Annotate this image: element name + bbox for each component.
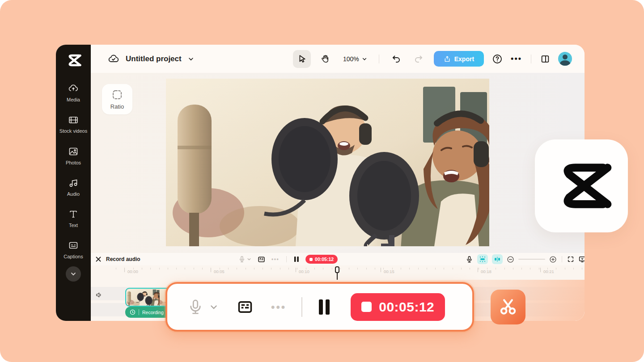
layout-panel-button[interactable] xyxy=(540,54,550,64)
layout-panel-icon xyxy=(540,54,550,64)
avatar[interactable] xyxy=(558,52,572,66)
microphone-icon xyxy=(238,256,246,263)
sidebar-item-audio[interactable]: Audio xyxy=(56,177,91,197)
capcut-logo-icon xyxy=(65,54,81,67)
stop-recording-button[interactable]: 00:05:12 xyxy=(351,293,445,321)
scissors-badge xyxy=(491,290,525,324)
recording-time-large: 00:05:12 xyxy=(379,299,434,315)
scissors-icon xyxy=(496,295,520,319)
sidebar-item-label: Media xyxy=(58,97,89,103)
editor-window: Media Stock videos Photos Audio Text xyxy=(56,45,585,321)
preview-display-icon[interactable] xyxy=(578,255,585,263)
export-label: Export xyxy=(454,55,474,63)
recording-clip-label: Recording xyxy=(142,310,164,315)
zoom-level-control[interactable]: 100% xyxy=(343,55,367,63)
sidebar: Media Stock videos Photos Audio Text xyxy=(56,45,91,321)
video-preview[interactable] xyxy=(166,79,489,246)
divider xyxy=(562,256,562,262)
captions-panel-icon[interactable] xyxy=(237,299,253,315)
hand-tool-button[interactable] xyxy=(316,50,334,68)
fullscreen-icon[interactable] xyxy=(567,256,574,263)
split-clip-icon xyxy=(494,256,501,263)
microphone-icon xyxy=(187,299,204,316)
zoom-in-icon[interactable] xyxy=(549,256,557,263)
more-icon[interactable]: ••• xyxy=(271,256,279,262)
project-menu-chevron-icon[interactable] xyxy=(188,56,194,62)
pause-icon[interactable] xyxy=(318,299,331,316)
recording-clip-separator xyxy=(139,309,139,315)
avatar-head xyxy=(563,55,568,59)
chevron-down-icon xyxy=(70,270,77,278)
cloud-saved-icon[interactable] xyxy=(108,53,119,65)
avatar-shoulders xyxy=(560,60,570,66)
record-audio-panel: ••• 00:05:12 xyxy=(165,282,474,332)
zoom-out-icon[interactable] xyxy=(507,256,514,263)
capcut-logo-icon xyxy=(551,161,612,210)
project-title[interactable]: Untitled project xyxy=(126,55,182,63)
sidebar-item-photos[interactable]: Photos xyxy=(56,146,91,166)
top-toolbar: Untitled project 100% xyxy=(91,45,585,73)
mic-select-control[interactable] xyxy=(238,256,251,263)
sidebar-expand-button[interactable] xyxy=(66,266,81,282)
playhead-handle xyxy=(335,266,339,273)
sidebar-item-label: Text xyxy=(58,222,89,228)
zoom-chevron-icon xyxy=(362,56,367,62)
voiceover-icon[interactable] xyxy=(466,256,473,263)
sidebar-item-label: Audio xyxy=(58,191,89,197)
ruler-label: 00:18 xyxy=(481,269,491,274)
ruler-label: 00:10 xyxy=(299,269,309,274)
ratio-icon xyxy=(111,89,123,101)
recording-time: 00:05:12 xyxy=(315,257,334,262)
sidebar-item-captions[interactable]: Captions xyxy=(56,240,91,260)
cursor-icon xyxy=(297,54,307,64)
chevron-down-icon xyxy=(209,303,218,311)
more-options-button[interactable]: ••• xyxy=(511,54,522,63)
split-clip-toggle[interactable] xyxy=(492,254,503,264)
sidebar-item-media[interactable]: Media xyxy=(56,83,91,103)
sidebar-item-label: Stock videos xyxy=(58,128,89,134)
magnetic-snap-toggle[interactable] xyxy=(477,254,488,264)
export-button[interactable]: Export xyxy=(434,51,484,67)
stop-icon xyxy=(309,258,313,261)
recording-clip-icon xyxy=(130,309,136,315)
pause-icon[interactable] xyxy=(294,256,299,262)
captions-icon xyxy=(68,240,79,251)
ruler-label: 00:05 xyxy=(214,269,225,274)
media-upload-icon xyxy=(68,83,79,94)
export-icon xyxy=(444,55,451,63)
ruler-label: 00:00 xyxy=(127,269,138,274)
close-icon[interactable] xyxy=(95,256,102,262)
more-icon[interactable]: ••• xyxy=(271,301,286,313)
stock-videos-icon xyxy=(68,114,79,125)
photos-icon xyxy=(68,146,79,157)
ratio-button[interactable]: Ratio xyxy=(102,84,132,114)
stop-icon xyxy=(361,302,372,312)
undo-icon[interactable] xyxy=(391,54,402,64)
captions-panel-icon[interactable] xyxy=(258,256,265,263)
ruler-label: 00:21 xyxy=(543,269,554,274)
sidebar-item-stock-videos[interactable]: Stock videos xyxy=(56,114,91,134)
hand-icon xyxy=(320,54,330,64)
preview-canvas: Ratio xyxy=(91,73,585,253)
mic-source-control[interactable] xyxy=(187,299,218,316)
toolbar-divider xyxy=(379,55,379,63)
volume-icon[interactable] xyxy=(95,291,102,299)
zoom-level-value: 100% xyxy=(343,55,359,63)
sidebar-item-label: Photos xyxy=(58,160,89,166)
magnetic-snap-icon xyxy=(479,256,486,263)
sidebar-item-text[interactable]: Text xyxy=(56,209,91,228)
help-icon xyxy=(492,54,503,64)
timeline-ruler[interactable]: 00:00 00:05 00:10 00:15 00:18 00:21 xyxy=(91,265,585,280)
timeline-zoom-slider[interactable] xyxy=(518,259,545,260)
timeline-toolbar: Record audio ••• 00:05:12 xyxy=(91,253,585,265)
marketing-canvas: Media Stock videos Photos Audio Text xyxy=(0,0,644,362)
playhead[interactable] xyxy=(335,266,340,280)
select-tool-button[interactable] xyxy=(293,50,311,68)
ruler-label: 00:15 xyxy=(384,269,394,274)
sidebar-item-label: Captions xyxy=(58,253,89,260)
ratio-label: Ratio xyxy=(110,103,124,110)
redo-icon[interactable] xyxy=(413,54,424,64)
stop-recording-pill[interactable]: 00:05:12 xyxy=(305,255,338,264)
help-button[interactable] xyxy=(492,54,503,64)
divider xyxy=(286,256,287,262)
